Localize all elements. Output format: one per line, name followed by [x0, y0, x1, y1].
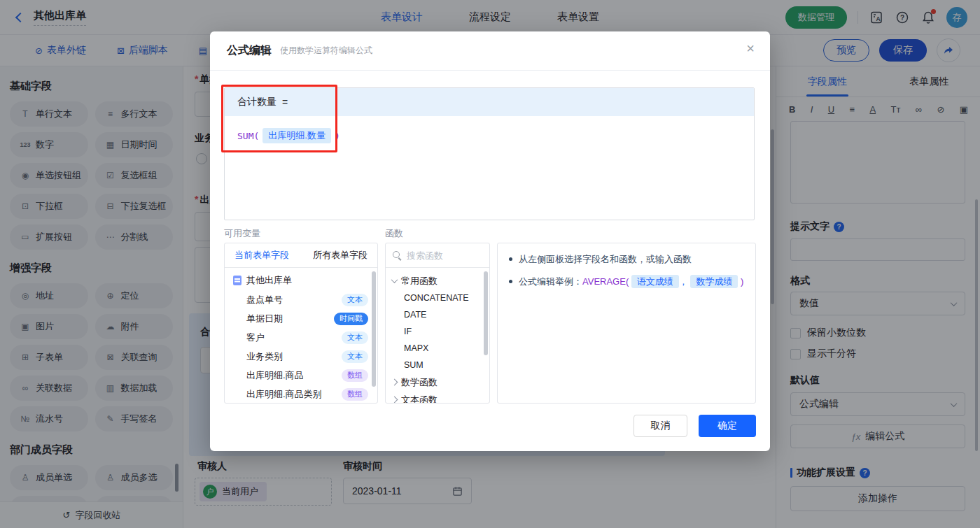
variable-item[interactable]: 业务类别文本: [225, 347, 377, 366]
variables-scrollbar-thumb[interactable]: [372, 271, 376, 387]
variables-tabs: 当前表单字段 所有表单字段: [225, 243, 377, 268]
variable-item[interactable]: 出库明细.商品类别数组: [225, 385, 377, 404]
cancel-button[interactable]: 取消: [634, 415, 687, 437]
type-badge: 文本: [342, 350, 368, 363]
variable-item[interactable]: 盘点单号文本: [225, 290, 377, 309]
example-field-chip: 数学成绩: [690, 275, 738, 288]
tab-all-form-fields[interactable]: 所有表单字段: [313, 249, 368, 262]
function-group-common[interactable]: 常用函数: [386, 272, 489, 290]
functions-section-label: 函数: [385, 227, 403, 240]
app-window: 其他出库单 表单设计 流程设定 表单设置 数据管理 A ? 存 ⊘表单外链 ⊠后: [0, 0, 980, 528]
function-item[interactable]: CONCATENATE: [386, 290, 489, 306]
formula-target-field: 合计数量: [237, 96, 276, 108]
type-badge: 数组: [342, 388, 368, 401]
type-badge: 文本: [342, 294, 368, 306]
formula-equals: =: [282, 97, 288, 108]
variables-panel: 当前表单字段 所有表单字段 其他出库单 盘点单号文本 单据日期时间戳 客户文本 …: [224, 243, 378, 404]
modal-footer: 取消 确定: [634, 415, 756, 437]
variable-item[interactable]: 单据日期时间戳: [225, 309, 377, 328]
example-field-chip: 语文成绩: [631, 275, 679, 288]
formula-expression-input[interactable]: SUM( 出库明细.数量 ): [225, 116, 754, 155]
function-item[interactable]: IF: [386, 323, 489, 340]
formula-editor: 合计数量 = SUM( 出库明细.数量 ): [224, 87, 755, 220]
variable-item[interactable]: 出库明细.商品数组: [225, 366, 377, 385]
variable-item[interactable]: 客户文本: [225, 328, 377, 347]
function-search-input[interactable]: [407, 250, 477, 261]
example-function-close: ): [741, 276, 743, 287]
help-bullet-example: 公式编辑举例：AVERAGE( 语文成绩， 数学成绩 ): [509, 275, 744, 289]
chevron-right-icon: [391, 379, 398, 386]
modal-subtitle: 使用数学运算符编辑公式: [280, 45, 372, 57]
type-badge: 数组: [342, 369, 368, 382]
close-icon[interactable]: ×: [746, 41, 755, 55]
formula-target-row: 合计数量 =: [225, 88, 754, 116]
functions-scrollbar-thumb[interactable]: [484, 271, 488, 355]
formula-field-chip[interactable]: 出库明细.数量: [262, 128, 331, 143]
formula-function-close: ): [335, 131, 340, 141]
variables-section-label: 可用变量: [224, 227, 260, 240]
type-badge: 时间戳: [334, 313, 368, 325]
function-group-text[interactable]: 文本函数: [386, 391, 489, 404]
function-group-math[interactable]: 数学函数: [386, 373, 489, 391]
formula-help-panel: 从左侧面板选择字段名和函数，或输入函数 公式编辑举例：AVERAGE( 语文成绩…: [497, 243, 756, 404]
modal-title: 公式编辑: [227, 43, 272, 58]
example-function-open: AVERAGE(: [582, 276, 629, 287]
formula-edit-modal: 公式编辑 使用数学运算符编辑公式 × 合计数量 = SUM( 出库明细.数量 )…: [210, 31, 770, 451]
search-icon: [393, 251, 402, 260]
variables-tree-root[interactable]: 其他出库单: [225, 268, 377, 290]
function-search: [386, 243, 489, 268]
function-item[interactable]: DATE: [386, 306, 489, 323]
modal-header: 公式编辑 使用数学运算符编辑公式 ×: [210, 31, 770, 71]
tab-current-form-fields[interactable]: 当前表单字段: [234, 249, 289, 262]
function-item[interactable]: MAPX: [386, 340, 489, 357]
function-item[interactable]: SUM: [386, 357, 489, 373]
type-badge: 文本: [342, 331, 368, 344]
confirm-button[interactable]: 确定: [699, 415, 756, 437]
chevron-down-icon: [391, 276, 398, 283]
form-doc-icon: [233, 276, 241, 285]
chevron-right-icon: [391, 397, 398, 404]
help-bullet: 从左侧面板选择字段名和函数，或输入函数: [509, 252, 744, 266]
formula-function-open: SUM(: [237, 131, 259, 141]
functions-panel: 常用函数 CONCATENATE DATE IF MAPX SUM 数学函数 文…: [385, 243, 490, 404]
